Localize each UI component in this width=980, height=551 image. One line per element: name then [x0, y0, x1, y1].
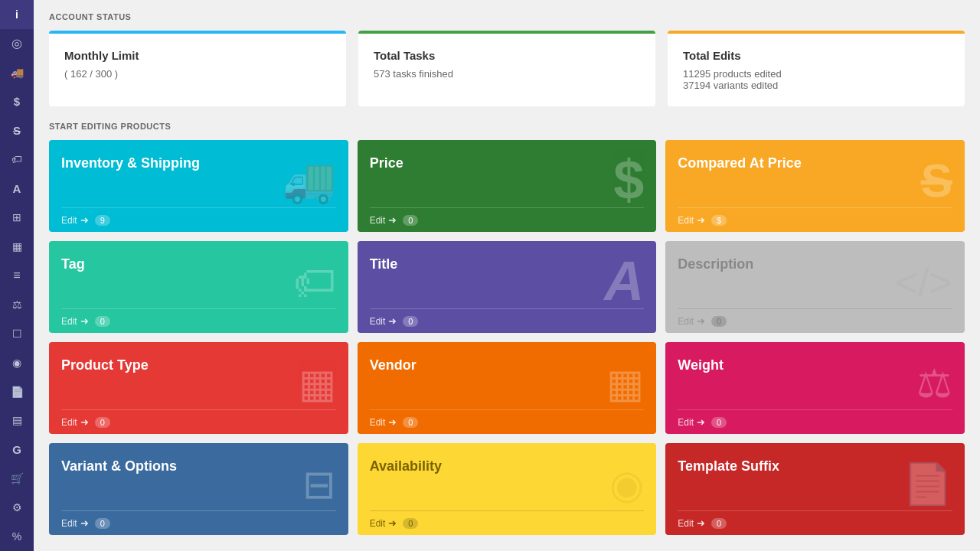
card-tag-title: Tag	[61, 256, 336, 272]
product-type-arrow-icon	[80, 416, 89, 428]
sidebar-item-list[interactable]: ≡	[0, 261, 34, 290]
compared-edit-label: Edit	[678, 215, 694, 226]
sidebar-item-text[interactable]: A	[0, 174, 34, 203]
sidebar-item-info[interactable]: i	[0, 0, 34, 29]
card-template-title: Template Suffix	[678, 458, 952, 474]
availability-edit-label: Edit	[370, 518, 386, 529]
availability-count: 0	[403, 518, 418, 529]
sidebar-item-layers[interactable]: ▤	[0, 406, 34, 435]
main-content: ACCOUNT STATUS Monthly Limit ( 162 / 300…	[34, 0, 980, 551]
total-edits-title: Total Edits	[683, 49, 949, 62]
card-weight[interactable]: Weight ⚖ Edit 0	[665, 342, 965, 434]
inventory-count: 9	[95, 215, 110, 226]
card-weight-footer[interactable]: Edit 0	[678, 409, 952, 434]
card-compared-footer[interactable]: Edit $	[678, 207, 952, 232]
description-edit-label: Edit	[678, 316, 694, 327]
sidebar-item-truck[interactable]: 🚚	[0, 58, 34, 87]
card-vendor-title: Vendor	[370, 357, 645, 373]
card-price-footer[interactable]: Edit 0	[370, 207, 645, 232]
strikethrough-icon: S	[13, 124, 21, 137]
card-template-suffix[interactable]: Template Suffix 📄 Edit 0	[665, 443, 965, 535]
card-inventory-shipping[interactable]: Inventory & Shipping 🚚 Edit 9	[49, 140, 348, 232]
tag-edit-label: Edit	[61, 316, 77, 327]
truck-icon: 🚚	[11, 67, 24, 79]
sidebar-item-grid-large[interactable]: ⊞	[0, 203, 34, 232]
weight-edit-label: Edit	[678, 417, 694, 428]
card-description[interactable]: Description </> Edit 0	[665, 241, 965, 333]
vendor-arrow-icon	[388, 416, 397, 428]
monthly-limit-value: ( 162 / 300 )	[64, 68, 331, 80]
price-edit-label: Edit	[370, 215, 386, 226]
sidebar-item-g[interactable]: G	[0, 435, 34, 464]
product-type-edit-label: Edit	[61, 417, 77, 428]
text-icon: A	[13, 182, 21, 195]
weight-count: 0	[711, 417, 727, 428]
tag-arrow-icon	[80, 315, 89, 327]
sidebar-item-strikethrough[interactable]: S	[0, 116, 34, 145]
layers-icon: ▤	[12, 414, 22, 426]
availability-arrow-icon	[388, 517, 397, 529]
settings-icon: ⚙	[12, 501, 22, 514]
compared-arrow-icon	[697, 214, 705, 226]
card-price[interactable]: Price $ Edit 0	[358, 140, 657, 232]
vendor-count: 0	[403, 417, 418, 428]
cart-icon: 🛒	[11, 472, 24, 484]
card-availability-footer[interactable]: Edit 0	[370, 510, 645, 535]
sidebar-item-percent[interactable]: %	[0, 522, 34, 551]
card-inventory-footer[interactable]: Edit 9	[61, 207, 336, 232]
card-availability[interactable]: Availability ◉ Edit 0	[358, 443, 657, 535]
sidebar-item-eye[interactable]: ◉	[0, 348, 34, 377]
card-compared-title: Compared At Price	[678, 155, 952, 171]
variant-arrow-icon	[80, 517, 89, 529]
total-edits-variants: 37194 variants edited	[683, 80, 949, 91]
card-description-footer[interactable]: Edit 0	[678, 308, 952, 333]
sidebar-item-settings[interactable]: ⚙	[0, 493, 34, 522]
card-tag[interactable]: Tag 🏷 Edit 0	[49, 241, 348, 333]
card-product-type[interactable]: Product Type ▦ Edit 0	[49, 342, 348, 434]
total-tasks-title: Total Tasks	[374, 49, 640, 62]
sidebar-item-circle[interactable]: ◎	[0, 29, 34, 58]
cards-grid: Inventory & Shipping 🚚 Edit 9 Price $ Ed…	[49, 140, 965, 535]
card-description-title: Description	[678, 256, 952, 272]
card-variant-footer[interactable]: Edit 0	[61, 510, 336, 535]
monthly-limit-title: Monthly Limit	[64, 49, 331, 62]
card-compared-at-price[interactable]: Compared At Price S Edit $	[665, 140, 965, 232]
title-count: 0	[403, 316, 418, 327]
dollar-icon: $	[14, 95, 20, 108]
card-availability-title: Availability	[370, 458, 645, 474]
stat-card-monthly-limit: Monthly Limit ( 162 / 300 )	[49, 31, 346, 106]
card-title-field[interactable]: Title A Edit 0	[358, 241, 657, 333]
card-product-type-footer[interactable]: Edit 0	[61, 409, 336, 434]
sidebar-item-dollar[interactable]: $	[0, 87, 34, 116]
sidebar-item-scale[interactable]: ⚖	[0, 290, 34, 319]
template-arrow-icon	[697, 517, 705, 529]
scale-icon: ⚖	[12, 298, 22, 311]
sidebar-item-file[interactable]: 📄	[0, 377, 34, 406]
sidebar-item-tag[interactable]: 🏷	[0, 145, 34, 174]
sidebar-item-edit-box[interactable]: ☐	[0, 319, 34, 348]
list-icon: ≡	[13, 269, 20, 282]
card-tag-footer[interactable]: Edit 0	[61, 308, 336, 333]
stat-card-total-edits: Total Edits 11295 products edited 37194 …	[668, 31, 965, 106]
account-status-label: ACCOUNT STATUS	[49, 12, 965, 21]
template-edit-label: Edit	[678, 518, 694, 529]
sidebar-item-cart[interactable]: 🛒	[0, 464, 34, 493]
sidebar: i ◎ 🚚 $ S 🏷 A ⊞ ▦ ≡ ⚖ ☐ ◉ 📄 ▤ G 🛒	[0, 0, 34, 551]
total-tasks-value: 573 tasks finished	[374, 68, 640, 80]
start-editing-label: START EDITING PRODUCTS	[49, 122, 965, 131]
description-count: 0	[711, 316, 727, 327]
card-template-footer[interactable]: Edit 0	[678, 510, 952, 535]
edit-box-icon: ☐	[12, 328, 22, 340]
grid-small-icon: ▦	[12, 240, 22, 253]
percent-icon: %	[12, 530, 21, 543]
sidebar-item-grid-small[interactable]: ▦	[0, 232, 34, 261]
card-vendor-footer[interactable]: Edit 0	[370, 409, 645, 434]
card-title-footer[interactable]: Edit 0	[370, 308, 645, 333]
card-weight-title: Weight	[678, 357, 952, 373]
card-title-title: Title	[370, 256, 645, 272]
total-edits-products: 11295 products edited	[683, 68, 949, 80]
card-variant-options[interactable]: Variant & Options ⊟ Edit 0	[49, 443, 348, 535]
tag-count: 0	[95, 316, 110, 327]
card-vendor[interactable]: Vendor ▦ Edit 0	[358, 342, 657, 434]
title-arrow-icon	[388, 315, 397, 327]
